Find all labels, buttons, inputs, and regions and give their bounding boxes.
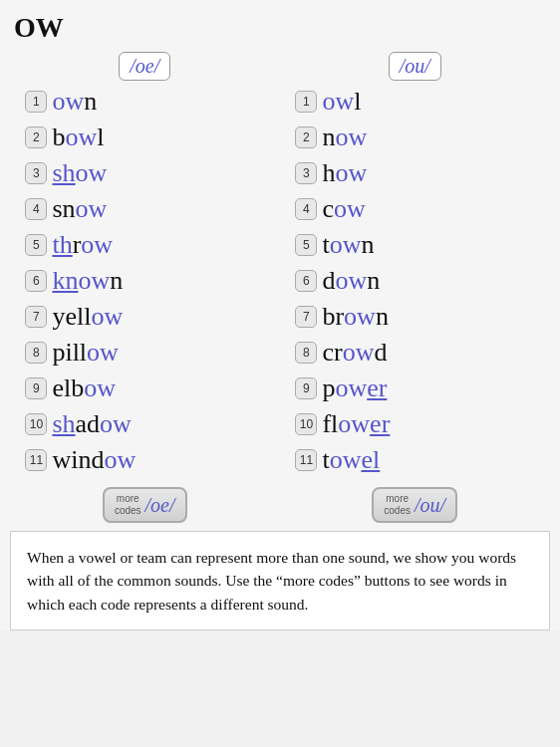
word-text: now (322, 123, 367, 152)
highlight-part: ow (78, 266, 110, 295)
highlight-part: ow (330, 230, 362, 259)
list-item: 5throw (25, 230, 113, 260)
more-codes-oe-code: /oe/ (145, 494, 175, 517)
highlight-part: ow (52, 87, 84, 116)
underline-part: sh (52, 158, 75, 187)
word-text: show (52, 158, 107, 188)
highlight-part: ow (335, 158, 367, 187)
highlight-part: ow (330, 445, 362, 474)
word-text: known (52, 266, 123, 296)
word-text: throw (52, 230, 113, 260)
word-text: crowd (322, 338, 387, 368)
footer-note: When a vowel or team can represent more … (10, 531, 550, 630)
col1-words: 1own2bowl3show4snow5throw6known7yellow8p… (15, 87, 274, 481)
word-text: elbow (52, 374, 116, 403)
number-badge: 6 (295, 270, 317, 292)
number-badge: 6 (25, 270, 47, 292)
number-badge: 10 (25, 413, 47, 435)
word-text: cow (322, 194, 365, 224)
col2-words: 1owl2now3how4cow5town6down7brown8crowd9p… (285, 87, 544, 481)
list-item: 10flower (295, 409, 390, 439)
word-text: shadow (52, 409, 131, 439)
more-codes-oe-label: morecodes (115, 493, 141, 517)
number-badge: 11 (25, 449, 47, 471)
word-text: town (322, 230, 374, 260)
number-badge: 5 (25, 234, 47, 256)
list-item: 8crowd (295, 338, 387, 368)
list-item: 7yellow (25, 302, 123, 332)
word-columns: 1own2bowl3show4snow5throw6known7yellow8p… (10, 87, 550, 481)
underline-part: th (52, 230, 72, 259)
list-item: 6down (295, 266, 380, 296)
underline-part: sh (52, 409, 75, 438)
highlight-part: ow (343, 338, 375, 367)
highlight-part: ow (87, 338, 119, 367)
highlight-part: ow (104, 445, 136, 474)
word-text: own (52, 87, 97, 117)
number-badge: 1 (295, 91, 317, 113)
highlight-part: ow (335, 266, 367, 295)
highlight-part: ow (100, 409, 132, 438)
word-text: how (322, 158, 367, 188)
word-text: flower (322, 409, 390, 439)
list-item: 2now (295, 123, 367, 152)
more-codes-ou-button[interactable]: morecodes /ou/ (372, 487, 457, 523)
word-text: pillow (52, 338, 118, 368)
highlight-part: ow (91, 302, 123, 331)
bottom-buttons: morecodes /oe/ morecodes /ou/ (10, 487, 550, 523)
underline-part: kn (52, 266, 78, 295)
word-text: power (322, 374, 387, 403)
number-badge: 5 (295, 234, 317, 256)
list-item: 11window (25, 445, 136, 475)
list-item: 8pillow (25, 338, 118, 368)
underline-end-part: el (361, 445, 380, 474)
list-item: 1owl (295, 87, 361, 117)
list-item: 9elbow (25, 374, 116, 403)
list-item: 6known (25, 266, 123, 296)
highlight-part: ow (344, 302, 376, 331)
number-badge: 9 (25, 377, 47, 399)
list-item: 10shadow (25, 409, 131, 439)
number-badge: 8 (295, 342, 317, 364)
number-badge: 1 (25, 91, 47, 113)
list-item: 7brown (295, 302, 388, 332)
col1-header: /oe/ (119, 52, 170, 81)
more-codes-oe-button[interactable]: morecodes /oe/ (103, 487, 187, 523)
number-badge: 10 (295, 413, 317, 435)
highlight-part: ow (84, 374, 116, 402)
number-badge: 4 (295, 198, 317, 220)
number-badge: 2 (25, 126, 47, 148)
list-item: 3show (25, 158, 107, 188)
col2-header: /ou/ (389, 52, 441, 81)
more-codes-ou-label: morecodes (384, 493, 411, 517)
number-badge: 7 (295, 306, 317, 328)
columns-header: /oe/ /ou/ (10, 52, 550, 81)
word-text: snow (52, 194, 107, 224)
list-item: 4snow (25, 194, 107, 224)
word-text: towel (322, 445, 380, 475)
number-badge: 9 (295, 377, 317, 399)
word-text: owl (322, 87, 361, 117)
word-text: brown (322, 302, 388, 332)
word-text: yellow (52, 302, 123, 332)
list-item: 1own (25, 87, 97, 117)
word-text: window (52, 445, 136, 475)
word-text: bowl (52, 123, 104, 152)
highlight-part: ow (338, 409, 370, 438)
number-badge: 3 (295, 162, 317, 184)
highlight-part: ow (81, 230, 113, 259)
list-item: 3how (295, 158, 367, 188)
highlight-part: ow (334, 194, 366, 223)
list-item: 2bowl (25, 123, 104, 152)
highlight-part: ow (322, 87, 354, 116)
highlight-part: ow (76, 194, 108, 223)
number-badge: 4 (25, 198, 47, 220)
number-badge: 2 (295, 126, 317, 148)
number-badge: 11 (295, 449, 317, 471)
number-badge: 8 (25, 342, 47, 364)
word-text: down (322, 266, 380, 296)
number-badge: 7 (25, 306, 47, 328)
highlight-part: ow (335, 123, 367, 151)
list-item: 11towel (295, 445, 380, 475)
underline-end-part: er (370, 409, 390, 438)
